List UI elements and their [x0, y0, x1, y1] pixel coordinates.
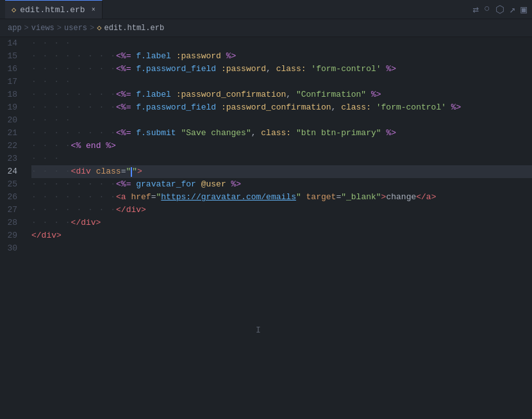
code-line-28: · · · · </div>: [31, 217, 532, 229]
breadcrumb-file[interactable]: edit.html.erb: [104, 24, 164, 33]
line-numbers: 14 15 16 17 18 19 20 21 22 23 24 25 26 2…: [0, 37, 29, 419]
file-icon: ◇: [12, 5, 16, 15]
code-line-16: · · · · · · · · <%= f.password_field :pa…: [31, 63, 532, 76]
tab-close-button[interactable]: ×: [92, 6, 96, 13]
line-num-16: 16: [0, 63, 24, 76]
code-line-22: · · · · <% end %>: [31, 140, 532, 152]
code-line-18: · · · · · · · · <%= f.label :password_co…: [31, 88, 532, 101]
code-line-23: · · ·: [31, 152, 532, 165]
breadcrumb-sep-1: >: [24, 24, 29, 33]
breadcrumb-sep-3: >: [90, 24, 94, 33]
code-line-24: · · · · <div class = "" >: [31, 165, 532, 178]
code-line-20: · · · ·: [31, 114, 532, 127]
code-line-30: [31, 242, 532, 255]
layout-icon[interactable]: ▣: [520, 3, 527, 16]
redo-icon[interactable]: ○: [484, 3, 490, 16]
line-num-24: 24: [0, 165, 24, 178]
open-external-icon[interactable]: ↗: [510, 3, 516, 16]
title-bar: ◇ edit.html.erb × ⇄ ○ ⬡ ↗ ▣: [0, 0, 532, 19]
breadcrumb-users[interactable]: users: [64, 24, 87, 33]
tab-label: edit.html.erb: [20, 5, 85, 15]
line-num-25: 25: [0, 178, 24, 191]
breadcrumb-file-icon: ◇: [97, 23, 101, 33]
code-line-27: · · · · · · · · </div>: [31, 204, 532, 217]
code-area[interactable]: · · · · · · · · · · · · <%= f.label :pas…: [29, 37, 532, 419]
undo-icon[interactable]: ⇄: [472, 3, 479, 16]
editor-tab[interactable]: ◇ edit.html.erb ×: [5, 0, 103, 19]
line-num-18: 18: [0, 88, 24, 101]
line-num-15: 15: [0, 50, 24, 63]
code-line-14: · · · ·: [31, 37, 532, 50]
mouse-cursor-indicator: I: [256, 325, 261, 335]
line-num-27: 27: [0, 204, 24, 217]
line-num-14: 14: [0, 37, 24, 50]
title-bar-controls: ⇄ ○ ⬡ ↗ ▣: [472, 3, 527, 16]
line-num-26: 26: [0, 191, 24, 204]
split-icon[interactable]: ⬡: [495, 3, 504, 16]
code-line-19: · · · · · · · · <%= f.password_field :pa…: [31, 101, 532, 114]
code-line-15: · · · · · · · · <%= f.label :password %>: [31, 50, 532, 63]
code-line-29: </div>: [31, 229, 532, 242]
line-num-30: 30: [0, 242, 24, 255]
line-num-20: 20: [0, 114, 24, 127]
line-num-29: 29: [0, 229, 24, 242]
breadcrumb-sep-2: >: [57, 24, 62, 33]
breadcrumb-views[interactable]: views: [31, 24, 54, 33]
line-num-23: 23: [0, 152, 24, 165]
line-num-17: 17: [0, 76, 24, 88]
code-line-21: · · · · · · · · <%= f.submit "Save chang…: [31, 127, 532, 140]
empty-editor-area: I: [31, 255, 532, 419]
code-line-17: · · · ·: [31, 76, 532, 88]
line-num-22: 22: [0, 140, 24, 152]
indent-dots: · · · ·: [31, 37, 71, 50]
breadcrumb: app > views > users > ◇ edit.html.erb: [0, 19, 532, 37]
code-line-25: · · · · · · · · <%= gravatar_for @user %…: [31, 178, 532, 191]
line-num-21: 21: [0, 127, 24, 140]
line-num-19: 19: [0, 101, 24, 114]
line-num-28: 28: [0, 217, 24, 229]
breadcrumb-app[interactable]: app: [8, 24, 22, 33]
code-line-26: · · · · · · · · <a href = "https://grava…: [31, 191, 532, 204]
editor[interactable]: 14 15 16 17 18 19 20 21 22 23 24 25 26 2…: [0, 37, 532, 419]
